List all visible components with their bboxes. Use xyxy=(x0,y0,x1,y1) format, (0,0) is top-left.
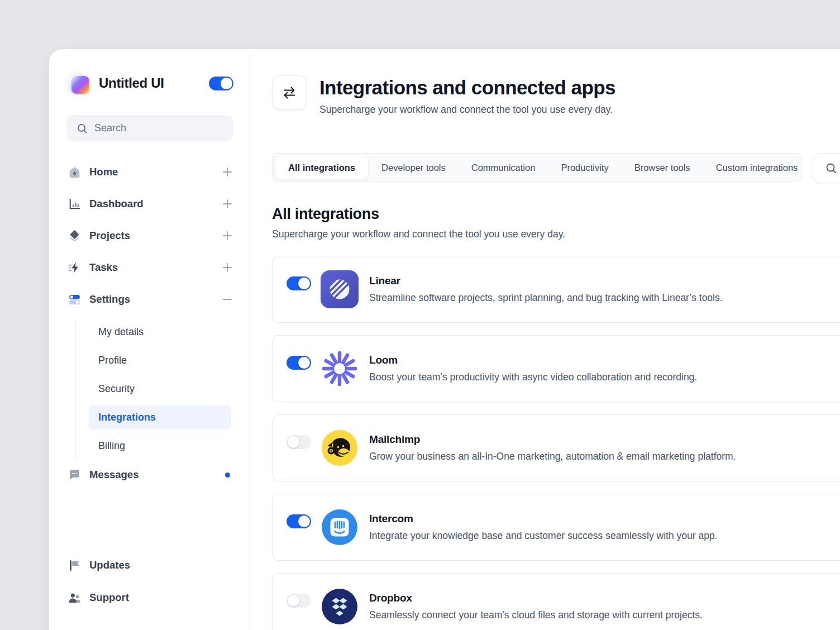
integration-card-mailchimp: Mailchimp Grow your business an all-In-O… xyxy=(272,414,840,481)
home-icon xyxy=(67,165,82,179)
intercom-toggle[interactable] xyxy=(287,514,311,528)
toggles-icon xyxy=(67,292,82,307)
brand-row: Untitled UI xyxy=(67,71,233,95)
dropbox-toggle[interactable] xyxy=(287,594,311,608)
search-icon xyxy=(825,162,837,174)
search-button[interactable] xyxy=(813,153,840,183)
sidebar-item-support[interactable]: Support xyxy=(67,586,233,609)
subnav-item-security[interactable]: Security xyxy=(89,377,231,401)
page-title: Integrations and connected apps xyxy=(319,75,840,99)
sidebar-item-label: Messages xyxy=(89,469,139,481)
integration-description: Boost your team’s productivity with asyn… xyxy=(369,371,697,383)
sidebar-item-label: Support xyxy=(89,591,129,604)
theme-toggle[interactable] xyxy=(209,77,233,90)
loom-toggle[interactable] xyxy=(287,356,311,370)
expand-plus-icon[interactable] xyxy=(221,198,233,210)
subnav-item-my-details[interactable]: My details xyxy=(89,320,231,344)
tab-custom-integrations[interactable]: Custom integrations xyxy=(703,156,811,179)
flag-icon xyxy=(67,558,82,572)
tab-browser-tools[interactable]: Browser tools xyxy=(622,156,703,179)
users-icon xyxy=(67,590,82,605)
tab-developer-tools[interactable]: Developer tools xyxy=(369,156,459,179)
loom-icon xyxy=(321,350,359,388)
category-tabbar: All integrations Developer tools Communi… xyxy=(272,153,801,182)
sidebar-item-label: Updates xyxy=(89,559,130,571)
integration-name: Loom xyxy=(369,354,697,366)
message-icon xyxy=(67,467,82,482)
sidebar-item-dashboard[interactable]: Dashboard xyxy=(67,193,233,215)
linear-icon xyxy=(321,270,359,308)
search-input[interactable]: Search xyxy=(67,115,233,141)
sidebar-item-home[interactable]: Home xyxy=(67,161,233,183)
integration-description: Streamline software projects, sprint pla… xyxy=(369,292,723,304)
bar-chart-icon xyxy=(67,197,82,211)
expand-plus-icon[interactable] xyxy=(221,230,233,242)
switch-horizontal-icon[interactable] xyxy=(272,75,307,110)
expand-plus-icon[interactable] xyxy=(221,166,233,178)
sidebar-item-label: Home xyxy=(89,166,118,178)
mailchimp-icon xyxy=(321,429,359,467)
integration-name: Intercom xyxy=(369,513,718,525)
sidebar-item-label: Dashboard xyxy=(89,198,144,210)
section-title: All integrations xyxy=(272,206,840,223)
sidebar-item-label: Projects xyxy=(89,230,130,242)
zap-icon xyxy=(67,260,82,275)
tab-communication[interactable]: Communication xyxy=(459,156,548,179)
expand-plus-icon[interactable] xyxy=(221,261,233,274)
integration-name: Dropbox xyxy=(369,592,703,604)
tab-productivity[interactable]: Productivity xyxy=(548,156,621,179)
untitled-ui-logo xyxy=(67,71,90,95)
integration-description: Integrate your knowledge base and custom… xyxy=(369,530,718,542)
mailchimp-toggle[interactable] xyxy=(287,435,311,449)
sidebar-item-projects[interactable]: Projects xyxy=(67,225,233,247)
sidebar-item-settings[interactable]: Settings xyxy=(67,288,233,311)
settings-subnav: My details Profile Security Integrations… xyxy=(75,320,233,458)
integration-name: Mailchimp xyxy=(369,433,736,446)
page-header: Integrations and connected apps Supercha… xyxy=(272,75,840,125)
unread-dot xyxy=(225,472,230,478)
sidebar-item-updates[interactable]: Updates xyxy=(67,554,233,576)
brand-name: Untitled UI xyxy=(99,75,164,91)
search-icon xyxy=(77,123,88,134)
subnav-item-profile[interactable]: Profile xyxy=(89,349,231,373)
sidebar-footer: Updates Support xyxy=(67,554,233,609)
app-window: Untitled UI Search Home xyxy=(49,49,840,630)
integration-description: Grow your business an all-In-One marketi… xyxy=(369,451,736,462)
section-subtitle: Supercharge your workflow and connect th… xyxy=(272,228,840,240)
layers-icon xyxy=(67,228,82,243)
integration-card-dropbox: Dropbox Seamlessly connect your team’s c… xyxy=(272,573,840,630)
search-placeholder: Search xyxy=(94,122,126,134)
subnav-item-integrations[interactable]: Integrations xyxy=(89,405,231,429)
sidebar-item-tasks[interactable]: Tasks xyxy=(67,256,233,279)
tab-all-integrations[interactable]: All integrations xyxy=(275,156,369,179)
integration-card-loom: Loom Boost your team’s productivity with… xyxy=(272,335,840,402)
collapse-minus-icon[interactable] xyxy=(221,293,233,306)
integration-list: Linear Streamline software projects, spr… xyxy=(272,256,840,630)
sidebar-nav: Home Dashboard xyxy=(67,161,233,495)
linear-toggle[interactable] xyxy=(287,276,311,290)
integration-name: Linear xyxy=(369,275,723,287)
main-content: Integrations and connected apps Supercha… xyxy=(250,49,840,630)
integration-description: Seamlessly connect your team’s cloud fil… xyxy=(369,609,703,621)
sidebar-item-label: Tasks xyxy=(89,261,118,274)
sidebar-item-messages[interactable]: Messages xyxy=(67,464,233,486)
page-subtitle: Supercharge your workflow and connect th… xyxy=(319,104,840,116)
subnav-item-billing[interactable]: Billing xyxy=(89,434,231,458)
dropbox-icon xyxy=(321,588,359,626)
integration-card-intercom: Intercom Integrate your knowledge base a… xyxy=(272,494,840,561)
sidebar: Untitled UI Search Home xyxy=(49,49,250,630)
integration-card-linear: Linear Streamline software projects, spr… xyxy=(272,256,840,323)
sidebar-item-label: Settings xyxy=(89,293,130,306)
intercom-icon xyxy=(321,508,359,546)
